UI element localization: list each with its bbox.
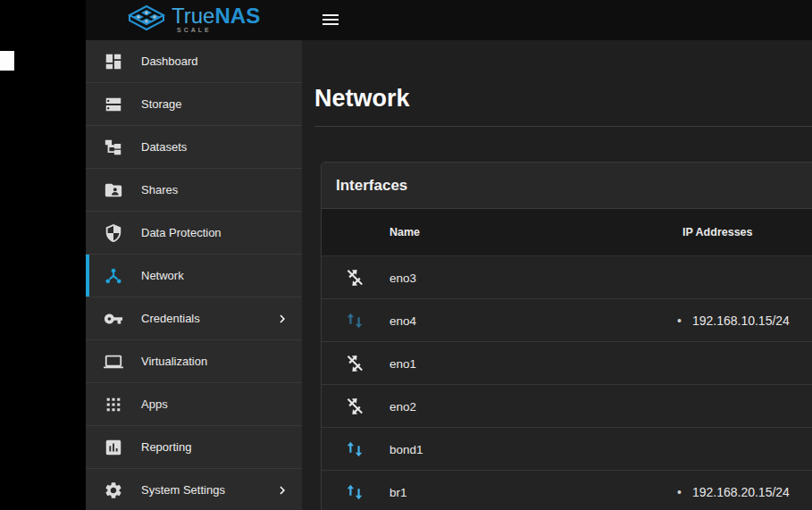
content-area: Network Interfaces Name IP Addresses eno… bbox=[302, 40, 812, 510]
interface-ip-address: •192.168.10.15/24 bbox=[677, 314, 790, 328]
sidebar-item-label: Virtualization bbox=[141, 355, 207, 368]
interface-up-icon bbox=[345, 482, 364, 502]
left-gutter bbox=[0, 0, 86, 510]
sidebar-item-network[interactable]: Network bbox=[86, 255, 302, 297]
sidebar-item-label: Network bbox=[141, 269, 184, 282]
storage-icon bbox=[104, 95, 123, 114]
chevron-right-icon bbox=[274, 311, 290, 327]
interface-up-icon bbox=[345, 439, 364, 459]
ip-address-text: 192.168.20.15/24 bbox=[692, 485, 790, 499]
interface-ip-address: •192.168.20.15/24 bbox=[677, 485, 790, 499]
logo-wordmark: TrueNAS bbox=[172, 4, 260, 28]
dashboard-icon bbox=[104, 52, 123, 71]
column-header-ip-addresses[interactable]: IP Addresses bbox=[682, 226, 753, 238]
page-title: Network bbox=[314, 85, 410, 113]
title-divider bbox=[314, 126, 812, 127]
sidebar-item-data-protection[interactable]: Data Protection bbox=[86, 212, 302, 255]
logo-subtext: SCALE bbox=[177, 27, 260, 33]
interface-name: br1 bbox=[389, 485, 407, 498]
interface-name: eno4 bbox=[389, 314, 416, 327]
interfaces-card-header: Interfaces bbox=[322, 163, 812, 209]
shares-icon bbox=[104, 180, 123, 200]
sidebar: DashboardStorageDatasetsSharesData Prote… bbox=[86, 40, 302, 510]
chevron-right-icon bbox=[274, 482, 290, 498]
sidebar-item-storage[interactable]: Storage bbox=[86, 83, 302, 126]
interface-name: eno2 bbox=[389, 399, 416, 413]
reporting-icon bbox=[104, 438, 123, 457]
truenas-logo-icon bbox=[127, 4, 166, 35]
sidebar-item-label: Apps bbox=[141, 397, 168, 411]
column-header-name[interactable]: Name bbox=[389, 226, 420, 238]
white-artifact bbox=[0, 51, 14, 71]
table-row[interactable]: eno2 bbox=[322, 385, 812, 428]
sidebar-item-label: Dashboard bbox=[141, 54, 198, 68]
sidebar-item-virtualization[interactable]: Virtualization bbox=[86, 340, 302, 383]
datasets-icon bbox=[104, 138, 123, 157]
table-row[interactable]: eno4•192.168.10.15/24 bbox=[322, 299, 812, 342]
sidebar-item-label: Reporting bbox=[141, 440, 191, 454]
sidebar-item-system-settings[interactable]: System Settings bbox=[86, 469, 302, 510]
interface-down-icon bbox=[345, 397, 364, 416]
credentials-icon bbox=[104, 309, 123, 329]
sidebar-item-label: Shares bbox=[141, 183, 178, 196]
sidebar-item-label: System Settings bbox=[141, 483, 225, 497]
logo-texts: TrueNAS SCALE bbox=[172, 4, 260, 33]
main-area: DashboardStorageDatasetsSharesData Prote… bbox=[86, 40, 812, 510]
network-icon bbox=[104, 266, 123, 286]
top-bar: TrueNAS SCALE bbox=[86, 0, 812, 40]
sidebar-item-label: Storage bbox=[141, 97, 182, 111]
sidebar-item-apps[interactable]: Apps bbox=[86, 383, 302, 426]
table-row[interactable]: bond1 bbox=[322, 428, 812, 471]
apps-icon bbox=[104, 395, 123, 414]
table-row[interactable]: br1•192.168.20.15/24 bbox=[322, 471, 812, 510]
data-protection-icon bbox=[104, 223, 123, 243]
interface-name: eno3 bbox=[389, 271, 416, 284]
bullet-icon: • bbox=[677, 314, 682, 328]
sidebar-item-label: Data Protection bbox=[141, 226, 222, 239]
sidebar-item-label: Credentials bbox=[141, 312, 200, 325]
menu-icon[interactable] bbox=[320, 9, 343, 32]
app-window: TrueNAS SCALE DashboardStorageDatasetsSh… bbox=[86, 0, 812, 510]
interfaces-card-title: Interfaces bbox=[336, 177, 407, 195]
sidebar-item-reporting[interactable]: Reporting bbox=[86, 426, 302, 469]
truenas-logo[interactable]: TrueNAS SCALE bbox=[127, 4, 260, 35]
logo-text-true: True bbox=[172, 4, 214, 28]
table-body: eno3eno4•192.168.10.15/24eno1eno2bond1br… bbox=[322, 256, 812, 510]
sidebar-item-datasets[interactable]: Datasets bbox=[86, 126, 302, 169]
interface-name: bond1 bbox=[389, 442, 423, 456]
system-settings-icon bbox=[104, 481, 123, 500]
sidebar-item-dashboard[interactable]: Dashboard bbox=[86, 40, 302, 83]
table-row[interactable]: eno1 bbox=[322, 342, 812, 385]
table-row[interactable]: eno3 bbox=[322, 256, 812, 299]
table-header-row: Name IP Addresses bbox=[322, 209, 812, 256]
sidebar-item-shares[interactable]: Shares bbox=[86, 169, 302, 212]
interface-down-icon bbox=[345, 354, 364, 373]
interface-down-icon bbox=[345, 268, 364, 288]
virtualization-icon bbox=[104, 352, 123, 372]
logo-text-nas: NAS bbox=[214, 4, 260, 28]
interfaces-card: Interfaces Name IP Addresses eno3eno4•19… bbox=[321, 162, 812, 510]
ip-address-text: 192.168.10.15/24 bbox=[692, 314, 790, 328]
sidebar-item-credentials[interactable]: Credentials bbox=[86, 297, 302, 340]
sidebar-item-label: Datasets bbox=[141, 140, 187, 154]
interface-up-icon bbox=[345, 311, 364, 330]
bullet-icon: • bbox=[677, 485, 682, 499]
interface-name: eno1 bbox=[389, 356, 416, 370]
